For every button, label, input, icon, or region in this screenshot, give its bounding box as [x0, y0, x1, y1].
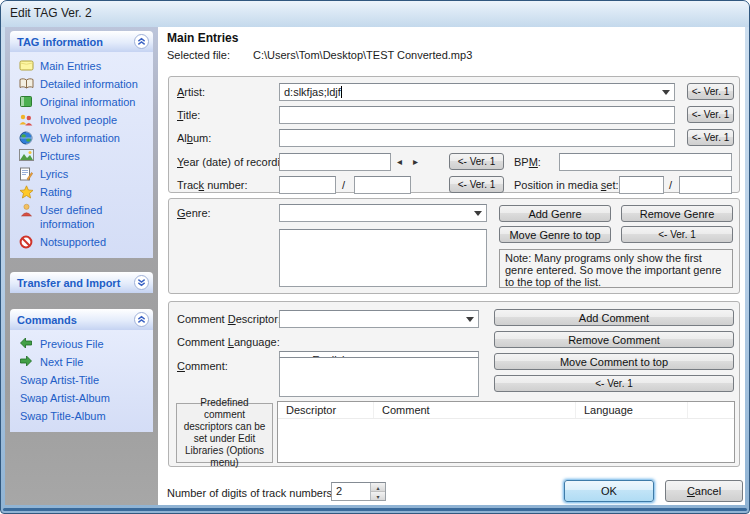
title-label: Title: — [177, 106, 200, 124]
sidebar-item-notsupported[interactable]: Notsupported — [17, 233, 151, 251]
green-book-icon — [18, 95, 34, 108]
sidebar-item-user-defined-information[interactable]: User defined information — [17, 201, 151, 233]
note-icon — [18, 59, 34, 72]
user-icon — [18, 203, 34, 217]
column-header-descriptor[interactable]: Descriptor — [278, 402, 374, 418]
selected-file-label: Selected file: — [167, 46, 230, 64]
sidebar-item-label: Detailed information — [40, 77, 138, 91]
ok-button[interactable]: OK — [564, 480, 654, 502]
sidebar-item-label: Notsupported — [40, 235, 106, 249]
sidebar-item-web-information[interactable]: Web information — [17, 129, 151, 147]
title-input[interactable] — [279, 106, 675, 124]
command-label: Next File — [40, 355, 83, 369]
collapse-commands-button[interactable] — [134, 312, 149, 327]
comment-ver1-button[interactable]: <- Ver. 1 — [494, 375, 734, 392]
cancel-button[interactable]: Cancel — [665, 480, 743, 502]
remove-genre-button[interactable]: Remove Genre — [621, 205, 733, 222]
remove-comment-button[interactable]: Remove Comment — [494, 331, 734, 348]
collapse-tag-information-button[interactable] — [134, 34, 149, 49]
command-swap-artist-album[interactable]: Swap Artist-Album — [17, 389, 151, 407]
digits-of-track-numbers-label: Number of digits of track numbers: — [167, 484, 335, 502]
genre-ver1-button[interactable]: <- Ver. 1 — [621, 226, 733, 243]
genre-note: Note: Many programs only show the first … — [499, 249, 733, 288]
sidebar-item-label: Pictures — [40, 149, 80, 163]
text-cursor — [341, 86, 342, 98]
sidebar-item-involved-people[interactable]: Involved people — [17, 111, 151, 129]
artist-ver1-button[interactable]: <- Ver. 1 — [687, 83, 734, 100]
position-total-input[interactable] — [679, 176, 732, 194]
album-input[interactable] — [279, 129, 675, 147]
comment-descriptor-combobox[interactable] — [279, 310, 479, 328]
genre-combobox[interactable] — [279, 204, 487, 222]
sidebar-item-original-information[interactable]: Original information — [17, 93, 151, 111]
tag-information-panel: TAG information Main Entries Detailed in… — [10, 31, 153, 258]
transfer-import-panel: Transfer and Import — [10, 272, 153, 293]
add-comment-button[interactable]: Add Comment — [494, 309, 734, 326]
position-in-media-set-label: Position in media set: — [514, 176, 619, 194]
main-panel: Main Entries Selected file: C:\Users\Tom… — [158, 27, 745, 505]
command-label: Swap Artist-Title — [20, 373, 99, 387]
artist-label: Artist: — [177, 83, 205, 101]
spinner-up-button[interactable]: ▴ — [371, 483, 385, 492]
title-ver1-button[interactable]: <- Ver. 1 — [687, 106, 734, 123]
comments-table-header: Descriptor Comment Language — [278, 402, 734, 419]
column-header-language[interactable]: Language — [576, 402, 688, 418]
selected-file-value: C:\Users\Tom\Desktop\TEST Converted.mp3 — [253, 46, 472, 64]
year-back-arrow-button[interactable]: ◂ — [397, 153, 402, 171]
column-header-comment[interactable]: Comment — [374, 402, 576, 418]
command-next-file[interactable]: Next File — [17, 353, 151, 371]
entries-groupbox: Artist: d:slkfjas;ldjf <- Ver. 1 Title: … — [168, 76, 740, 193]
move-genre-to-top-button[interactable]: Move Genre to top — [499, 226, 611, 243]
track-number-input[interactable] — [279, 176, 336, 194]
commands-header[interactable]: Commands — [10, 309, 153, 330]
expand-transfer-import-button[interactable] — [134, 275, 149, 290]
album-ver1-button[interactable]: <- Ver. 1 — [687, 129, 734, 146]
sidebar-item-pictures[interactable]: Pictures — [17, 147, 151, 165]
transfer-import-header[interactable]: Transfer and Import — [10, 272, 153, 293]
column-header-spacer — [688, 402, 734, 418]
sidebar-item-main-entries[interactable]: Main Entries — [17, 57, 151, 75]
artist-combobox[interactable]: d:slkfjas;ldjf — [279, 83, 675, 101]
year-ver1-button[interactable]: <- Ver. 1 — [449, 153, 504, 170]
tag-information-header[interactable]: TAG information — [10, 31, 153, 52]
bpm-label: BPM: — [514, 153, 541, 171]
not-supported-icon — [18, 235, 34, 249]
track-ver1-button[interactable]: <- Ver. 1 — [449, 176, 504, 193]
year-label: Year (date) of recording: — [177, 153, 295, 171]
comments-table[interactable]: Descriptor Comment Language — [277, 401, 735, 463]
track-total-input[interactable] — [354, 176, 411, 194]
dropdown-arrow-icon — [466, 317, 474, 322]
sidebar-item-lyrics[interactable]: Lyrics — [17, 165, 151, 183]
move-comment-to-top-button[interactable]: Move Comment to top — [494, 353, 734, 370]
command-label: Swap Title-Album — [20, 409, 106, 423]
bpm-input[interactable] — [559, 153, 732, 171]
comment-textarea[interactable] — [279, 357, 479, 397]
edit-tag-dialog: Edit TAG Ver. 2 TAG information Main Ent… — [0, 0, 750, 514]
add-genre-button[interactable]: Add Genre — [499, 205, 611, 222]
commands-body: Previous File Next File Swap Artist-Titl… — [10, 330, 153, 432]
digits-spinner[interactable]: 2 ▴ ▾ — [331, 482, 386, 501]
sidebar-item-detailed-information[interactable]: Detailed information — [17, 75, 151, 93]
sidebar: TAG information Main Entries Detailed in… — [5, 27, 158, 505]
sidebar-item-label: Involved people — [40, 113, 117, 127]
position-input[interactable] — [619, 176, 664, 194]
year-forward-arrow-button[interactable]: ▸ — [413, 153, 418, 171]
sidebar-item-label: User defined information — [40, 203, 140, 231]
titlebar[interactable]: Edit TAG Ver. 2 — [1, 1, 749, 27]
year-input[interactable] — [279, 153, 391, 171]
command-swap-artist-title[interactable]: Swap Artist-Title — [17, 371, 151, 389]
sidebar-item-label: Main Entries — [40, 59, 101, 73]
command-previous-file[interactable]: Previous File — [17, 335, 151, 353]
command-swap-title-album[interactable]: Swap Title-Album — [17, 407, 151, 425]
chevron-up-icon — [137, 315, 146, 324]
dropdown-arrow-icon — [662, 90, 670, 95]
tag-information-body: Main Entries Detailed information Origin… — [10, 52, 153, 258]
sidebar-item-label: Web information — [40, 131, 120, 145]
artist-value: d:slkfjas;ldjf — [284, 86, 341, 98]
sidebar-item-rating[interactable]: Rating — [17, 183, 151, 201]
spinner-down-button[interactable]: ▾ — [371, 492, 385, 500]
tag-information-title: TAG information — [17, 36, 103, 48]
chevron-down-icon — [137, 278, 146, 287]
sidebar-spacer — [8, 258, 155, 272]
genre-listbox[interactable] — [279, 229, 487, 287]
